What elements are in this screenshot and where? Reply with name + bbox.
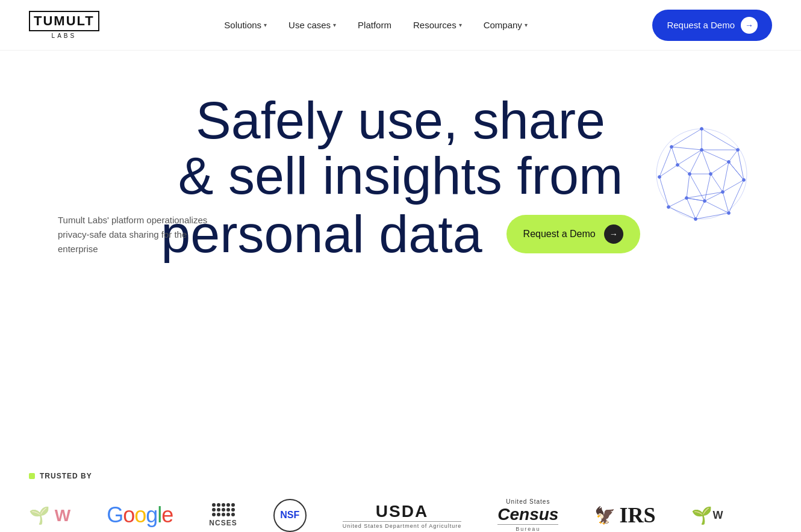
logo-top: TUMULT — [29, 11, 99, 31]
logos-row: 🌱 W Google NCSES NSF — [29, 498, 772, 532]
irs-logo: 🦅 IRS — [594, 503, 655, 528]
nsf-logo: NSF — [273, 499, 307, 532]
ncses-logo: NCSES — [209, 503, 237, 527]
logo-bottom: LABS — [52, 32, 77, 39]
chevron-down-icon: ▾ — [525, 22, 528, 28]
nav-solutions[interactable]: Solutions ▾ — [224, 20, 267, 30]
trusted-label: TRUSTED BY — [29, 472, 772, 480]
hero-content: Tumult Labs' platform operationalizes pr… — [29, 87, 772, 262]
logo[interactable]: TUMULT LABS — [29, 11, 99, 39]
hero-line2: & sell insights from — [29, 148, 772, 203]
arrow-icon: → — [604, 224, 623, 244]
nav-company[interactable]: Company ▾ — [484, 20, 528, 30]
hero-section: Tumult Labs' platform operationalizes pr… — [0, 51, 801, 448]
wf-logo-right: 🌱 W — [691, 506, 723, 525]
chevron-down-icon: ▾ — [264, 22, 267, 28]
trusted-dot — [29, 473, 35, 479]
arrow-icon: → — [741, 17, 758, 34]
navbar: TUMULT LABS Solutions ▾ Use cases ▾ Plat… — [0, 0, 801, 51]
wf-logo: 🌱 W — [29, 506, 70, 525]
census-logo: United States Census Bureau — [497, 498, 558, 532]
chevron-down-icon: ▾ — [333, 22, 336, 28]
hero-subtitle: Tumult Labs' platform operationalizes pr… — [58, 213, 226, 256]
trusted-section: TRUSTED BY 🌱 W Google NCSES — [0, 448, 801, 532]
nav-links: Solutions ▾ Use cases ▾ Platform Resourc… — [224, 20, 528, 30]
usda-logo: USDA United States Department of Agricul… — [343, 502, 462, 529]
google-logo: Google — [107, 503, 173, 528]
nav-platform[interactable]: Platform — [358, 20, 391, 30]
nav-resources[interactable]: Resources ▾ — [413, 20, 462, 30]
hero-request-demo-button[interactable]: Request a Demo → — [506, 215, 640, 253]
nav-request-demo-button[interactable]: Request a Demo → — [652, 10, 772, 41]
nav-use-cases[interactable]: Use cases ▾ — [288, 20, 336, 30]
chevron-down-icon: ▾ — [459, 22, 462, 28]
hero-line1: Safely use, share — [29, 93, 772, 148]
eagle-icon: 🦅 — [594, 506, 616, 525]
